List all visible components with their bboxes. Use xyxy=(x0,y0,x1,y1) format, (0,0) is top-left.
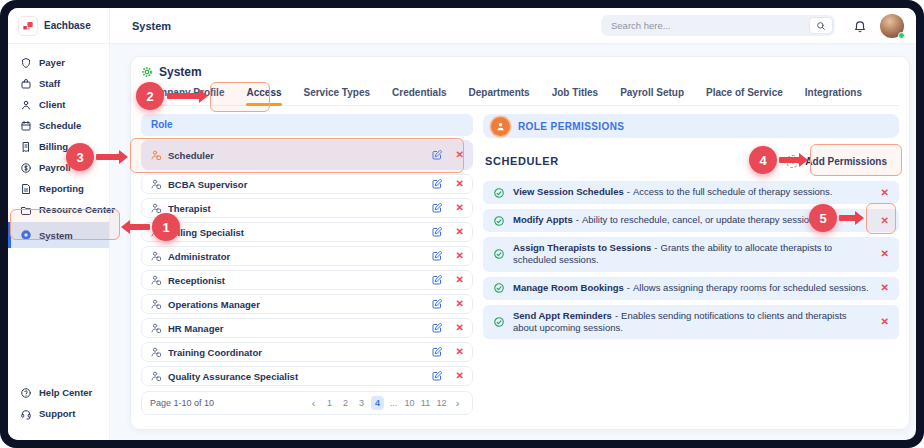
delete-role-icon[interactable]: ✕ xyxy=(456,251,464,261)
tab-credentials[interactable]: Credentials xyxy=(390,83,448,105)
remove-permission-icon[interactable]: ✕ xyxy=(881,317,889,327)
role-person-icon xyxy=(150,178,162,190)
sidebar-item-support[interactable]: Support xyxy=(8,403,109,424)
sidebar-item-system[interactable]: System xyxy=(8,222,109,248)
edit-role-icon[interactable] xyxy=(431,370,443,382)
sidebar-item-client[interactable]: Client xyxy=(8,94,109,115)
role-person-icon xyxy=(150,149,162,161)
search-input[interactable] xyxy=(611,20,809,31)
check-circle-icon xyxy=(493,187,505,199)
remove-permission-icon[interactable]: ✕ xyxy=(881,283,889,293)
delete-role-icon[interactable]: ✕ xyxy=(456,299,464,309)
delete-role-icon[interactable]: ✕ xyxy=(456,275,464,285)
delete-role-icon[interactable]: ✕ xyxy=(456,150,464,160)
user-avatar[interactable] xyxy=(880,14,904,38)
delete-role-icon[interactable]: ✕ xyxy=(456,179,464,189)
role-name: Receptionist xyxy=(168,275,425,286)
role-row-therapist[interactable]: Therapist ✕ xyxy=(141,198,473,218)
sidebar-item-help-center[interactable]: Help Center xyxy=(8,382,109,403)
sidebar-item-label: Staff xyxy=(39,78,60,89)
permission-title: Assign Therapists to Sessions xyxy=(513,242,651,253)
role-name: Operations Manager xyxy=(168,299,425,310)
sidebar-item-billing[interactable]: Billing xyxy=(8,136,109,157)
edit-role-icon[interactable] xyxy=(431,202,443,214)
sidebar-item-payer[interactable]: Payer xyxy=(8,52,109,73)
role-person-icon xyxy=(150,274,162,286)
edit-role-icon[interactable] xyxy=(431,149,443,161)
tab-integrations[interactable]: Integrations xyxy=(803,83,864,105)
pagination-page-3[interactable]: 3 xyxy=(355,396,368,410)
tab-payroll-setup[interactable]: Payroll Setup xyxy=(618,83,686,105)
pagination-page-1[interactable]: 1 xyxy=(323,396,336,410)
remove-permission-icon[interactable]: ✕ xyxy=(881,216,889,226)
permission-title: View Session Schedules xyxy=(513,186,624,197)
selected-role-title: SCHEDULER xyxy=(485,155,776,167)
pagination-summary: Page 1-10 of 10 xyxy=(150,398,307,408)
edit-role-icon[interactable] xyxy=(431,274,443,286)
brand-logo[interactable]: Eachbase xyxy=(8,8,110,43)
tab-service-types[interactable]: Service Types xyxy=(302,83,373,105)
sidebar-item-label: Support xyxy=(39,408,75,419)
permission-row-manage-room-bookings: Manage Room Bookings-Allows assigning th… xyxy=(483,277,899,300)
role-row-scheduler[interactable]: Scheduler ✕ xyxy=(141,140,473,170)
pagination-prev-icon[interactable]: ‹ xyxy=(307,396,320,410)
tab-access[interactable]: Access xyxy=(244,83,283,105)
tab-departments[interactable]: Departments xyxy=(467,83,532,105)
pagination-page-2[interactable]: 2 xyxy=(339,396,352,410)
sidebar-item-label: Reporting xyxy=(39,183,84,194)
role-row-billing-specialist[interactable]: Billing Specialist ✕ xyxy=(141,222,473,242)
role-row-quality-assurance-specialist[interactable]: Quality Assurance Specialist ✕ xyxy=(141,366,473,386)
role-row-operations-manager[interactable]: Operations Manager ✕ xyxy=(141,294,473,314)
role-row-training-coordinator[interactable]: Training Coordinator ✕ xyxy=(141,342,473,362)
system-card: System Company Profile Access Service Ty… xyxy=(130,56,910,430)
delete-role-icon[interactable]: ✕ xyxy=(456,203,464,213)
remove-permission-icon[interactable]: ✕ xyxy=(881,249,889,259)
role-name: Scheduler xyxy=(168,150,425,161)
edit-role-icon[interactable] xyxy=(431,346,443,358)
role-row-receptionist[interactable]: Receptionist ✕ xyxy=(141,270,473,290)
role-row-hr-manager[interactable]: HR Manager ✕ xyxy=(141,318,473,338)
permission-description: Allows assigning therapy rooms for sched… xyxy=(633,282,869,293)
search-bar[interactable] xyxy=(601,15,835,36)
pagination-page-12[interactable]: 12 xyxy=(435,396,448,410)
edit-role-icon[interactable] xyxy=(431,298,443,310)
sidebar-footer: Help Center Support xyxy=(8,382,109,424)
search-icon[interactable] xyxy=(809,17,833,34)
plus-icon: + xyxy=(786,155,799,168)
role-name: Training Coordinator xyxy=(168,347,425,358)
sidebar-item-payroll[interactable]: Payroll xyxy=(8,157,109,178)
sidebar-item-schedule[interactable]: Schedule xyxy=(8,115,109,136)
sidebar-item-staff[interactable]: Staff xyxy=(8,73,109,94)
check-circle-icon xyxy=(493,282,505,294)
permission-description: Access to the full schedule of therapy s… xyxy=(633,186,833,197)
edit-role-icon[interactable] xyxy=(431,322,443,334)
sidebar-item-reporting[interactable]: Reporting xyxy=(8,178,109,199)
sidebar-item-label: Schedule xyxy=(39,120,81,131)
role-row-administrator[interactable]: Administrator ✕ xyxy=(141,246,473,266)
tab-company-profile[interactable]: Company Profile xyxy=(143,83,226,105)
pagination-next-icon[interactable]: › xyxy=(451,396,464,410)
add-permissions-label: Add Permissions xyxy=(805,156,887,167)
add-permissions-button[interactable]: + Add Permissions xyxy=(776,149,897,174)
screenshot-frame: Eachbase System Payer Staff Client Sched… xyxy=(0,0,924,448)
sidebar-item-label: System xyxy=(39,230,73,241)
role-person-icon xyxy=(150,298,162,310)
delete-role-icon[interactable]: ✕ xyxy=(456,347,464,357)
delete-role-icon[interactable]: ✕ xyxy=(456,371,464,381)
sidebar-item-resource-center[interactable]: Resource Center xyxy=(8,199,109,220)
delete-role-icon[interactable]: ✕ xyxy=(456,227,464,237)
delete-role-icon[interactable]: ✕ xyxy=(456,323,464,333)
pagination-page-11[interactable]: 11 xyxy=(419,396,432,410)
tab-place-of-service[interactable]: Place of Service xyxy=(704,83,785,105)
pagination-page-4-active[interactable]: 4 xyxy=(371,396,384,410)
sidebar-item-label: Resource Center xyxy=(39,204,115,215)
edit-role-icon[interactable] xyxy=(431,250,443,262)
remove-permission-icon[interactable]: ✕ xyxy=(881,188,889,198)
tab-job-titles[interactable]: Job Titles xyxy=(550,83,601,105)
permission-description: Ability to reschedule, cancel, or update… xyxy=(582,214,822,225)
edit-role-icon[interactable] xyxy=(431,226,443,238)
notifications-bell-icon[interactable] xyxy=(853,19,867,33)
role-row-bcba-supervisor[interactable]: BCBA Supervisor ✕ xyxy=(141,174,473,194)
pagination-page-10[interactable]: 10 xyxy=(403,396,416,410)
edit-role-icon[interactable] xyxy=(431,178,443,190)
